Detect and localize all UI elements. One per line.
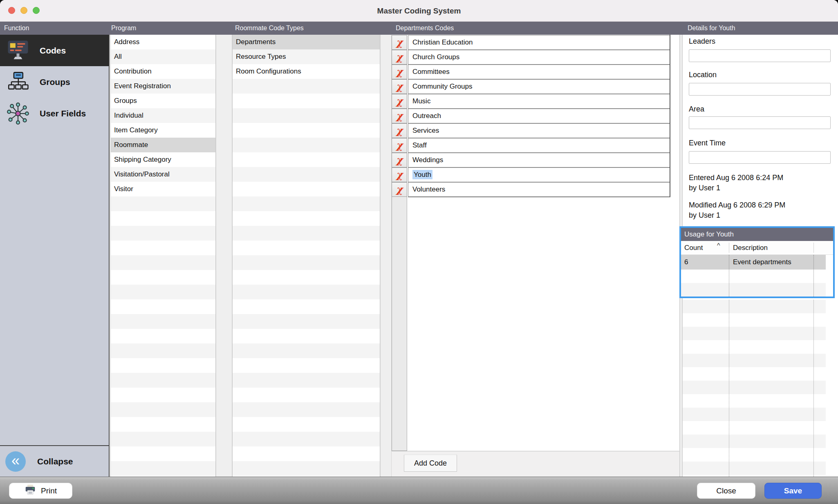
collapse-button[interactable]: « Collapse (0, 445, 110, 477)
dotted-column-line (813, 300, 814, 477)
sidebar-item-groups[interactable]: Groups (0, 66, 109, 98)
usage-title: Usage for Youth (681, 228, 833, 241)
code-field[interactable]: Church Groups (408, 50, 670, 65)
list-item-selected[interactable]: Departments (233, 35, 380, 49)
delete-x-icon: χ (396, 110, 403, 122)
delete-code-button[interactable]: χ (392, 167, 407, 182)
code-row: χ Weddings (392, 153, 679, 167)
modified-line2: by User 1 (689, 210, 785, 221)
list-item[interactable]: Visitor (111, 182, 215, 196)
code-field-selected[interactable]: Youth (408, 167, 670, 182)
delete-code-button[interactable]: χ (392, 153, 407, 167)
delete-code-button[interactable]: χ (392, 182, 407, 197)
code-row: χ Community Groups (392, 79, 679, 94)
list-item[interactable]: Event Registration (111, 79, 215, 94)
list-item[interactable]: Resource Types (233, 49, 380, 64)
sidebar-item-codes[interactable]: Codes (0, 35, 109, 66)
area-input[interactable] (689, 116, 831, 129)
event-time-input[interactable] (689, 151, 831, 164)
code-row: χ Services (392, 123, 679, 138)
code-field[interactable]: Outreach (408, 109, 670, 123)
list-bottom-border (408, 196, 670, 197)
code-field[interactable]: Services (408, 123, 670, 138)
list-item[interactable]: Visitation/Pastoral (111, 167, 215, 182)
print-label: Print (41, 486, 57, 495)
location-input[interactable] (689, 83, 831, 96)
collapse-chevrons-icon: « (5, 451, 26, 472)
code-field[interactable]: Music (408, 94, 670, 109)
delete-code-button[interactable]: χ (392, 50, 407, 65)
count-column-header[interactable]: Count (684, 241, 703, 255)
list-item[interactable]: Item Category (111, 123, 215, 138)
usage-header-row: Count ^ Description (681, 241, 833, 255)
empty-rows (233, 79, 380, 477)
list-item[interactable]: Groups (111, 94, 215, 108)
code-row-selected: χ Youth (392, 167, 679, 182)
list-item[interactable]: Individual (111, 108, 215, 123)
dotted-column-line (729, 255, 729, 297)
delete-x-icon: χ (396, 139, 403, 151)
delete-x-icon: χ (396, 154, 403, 166)
header-program: Program (111, 22, 136, 35)
save-button[interactable]: Save (764, 483, 822, 499)
list-item-selected[interactable]: Roommate (111, 138, 215, 152)
delete-code-button[interactable]: χ (392, 123, 407, 138)
modified-line1: Modified Aug 6 2008 6:29 PM (689, 200, 785, 210)
delete-x-icon: χ (396, 125, 403, 136)
code-field[interactable]: Volunteers (408, 182, 670, 197)
code-row: χ Outreach (392, 109, 679, 123)
description-column-header[interactable]: Description (733, 241, 768, 255)
entered-line1: Entered Aug 6 2008 6:24 PM (689, 173, 783, 183)
department-codes-panel: χ Christian Education χ Church Groups χ … (392, 35, 679, 477)
usage-row[interactable]: 6 Event departments (681, 255, 826, 270)
close-button[interactable]: Close (697, 483, 755, 499)
header-details-for-youth: Details for Youth (688, 22, 735, 35)
column-header-bar: Function Program Roommate Code Types Dep… (0, 22, 838, 35)
list-item[interactable]: Room Configurations (233, 64, 380, 79)
code-text: Services (412, 127, 439, 134)
modified-timestamp: Modified Aug 6 2008 6:29 PM by User 1 (689, 200, 785, 221)
dotted-column-line (813, 255, 814, 297)
list-item[interactable]: All (111, 49, 215, 64)
app-window: Master Coding System Function Program Ro… (0, 0, 838, 504)
bottom-toolbar: Print Close Save (0, 477, 838, 504)
leaders-input[interactable] (689, 49, 831, 62)
code-field[interactable]: Staff (408, 138, 670, 153)
empty-row (681, 283, 826, 297)
code-field[interactable]: Weddings (408, 153, 670, 167)
delete-code-button[interactable]: χ (392, 94, 407, 109)
delete-code-button[interactable]: χ (392, 35, 407, 50)
code-text: Community Groups (412, 83, 472, 90)
delete-code-button[interactable]: χ (392, 138, 407, 153)
area-label: Area (689, 105, 704, 114)
code-row: χ Music (392, 94, 679, 109)
code-types-list: Departments Resource Types Room Configur… (232, 35, 380, 477)
delete-code-button[interactable]: χ (392, 109, 407, 123)
sidebar-item-user-fields[interactable]: User Fields (0, 98, 109, 129)
dotted-column-line (729, 300, 729, 477)
column-separator (813, 243, 814, 253)
table-scroll-gutter[interactable] (826, 255, 833, 297)
delete-x-icon: χ (396, 80, 403, 92)
column-separator (729, 243, 729, 253)
list-item[interactable]: Shipping Category (111, 152, 215, 167)
code-text: Weddings (412, 156, 443, 164)
list-item[interactable]: Contribution (111, 64, 215, 79)
code-text: Volunteers (412, 185, 445, 193)
delete-code-button[interactable]: χ (392, 65, 407, 79)
header-roommate-code-types: Roommate Code Types (235, 22, 304, 35)
code-field[interactable]: Community Groups (408, 79, 670, 94)
usage-description-cell: Event departments (733, 255, 791, 270)
add-code-button[interactable]: Add Code (404, 455, 457, 472)
code-field[interactable]: Christian Education (408, 35, 670, 50)
list-item[interactable]: Address (111, 35, 215, 49)
delete-code-button[interactable]: χ (392, 79, 407, 94)
sort-ascending-icon: ^ (717, 242, 720, 250)
print-button[interactable]: Print (9, 483, 72, 499)
empty-rows (111, 196, 215, 477)
delete-x-icon: χ (396, 66, 403, 78)
code-text: Music (412, 97, 430, 105)
code-field[interactable]: Committees (408, 65, 670, 79)
code-text: Committees (412, 68, 450, 76)
list-right-border (670, 35, 670, 197)
